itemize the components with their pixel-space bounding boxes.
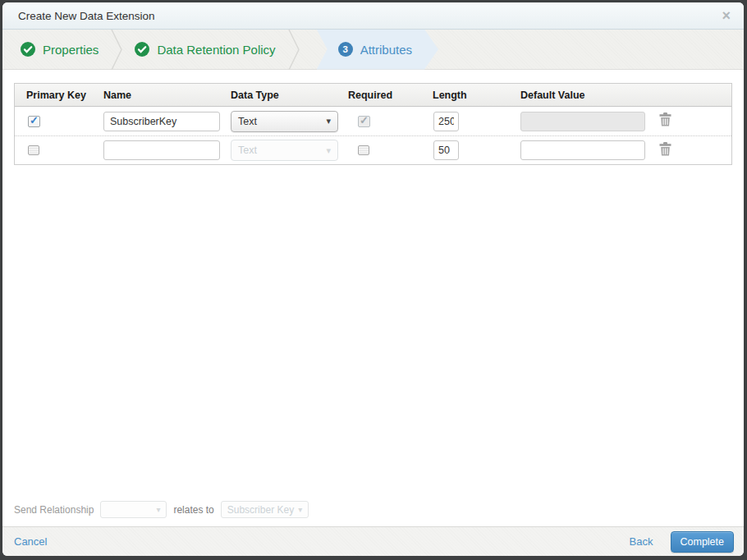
send-relationship-target-value: Subscriber Key bbox=[227, 504, 294, 516]
header-required: Required bbox=[348, 90, 433, 101]
attribute-row: Text ▾ bbox=[15, 107, 731, 135]
name-input[interactable] bbox=[103, 112, 220, 131]
header-length: Length bbox=[433, 90, 520, 101]
back-link[interactable]: Back bbox=[630, 535, 653, 548]
default-value-input[interactable] bbox=[520, 140, 645, 160]
primary-key-checkbox[interactable] bbox=[28, 116, 40, 127]
chevron-separator-icon bbox=[111, 30, 122, 70]
dialog-title: Create New Data Extension bbox=[18, 10, 155, 22]
default-value-input bbox=[520, 112, 645, 131]
attributes-table: Primary Key Name Data Type Required Leng… bbox=[14, 83, 732, 165]
chevron-down-icon: ▾ bbox=[298, 505, 302, 514]
name-input[interactable] bbox=[103, 140, 220, 160]
wizard-steps: Properties Data Retention Policy 3 Attri… bbox=[2, 30, 744, 70]
complete-button[interactable]: Complete bbox=[671, 531, 735, 553]
header-name: Name bbox=[103, 90, 231, 101]
trash-icon[interactable] bbox=[659, 142, 671, 156]
wizard-step-properties[interactable]: Properties bbox=[21, 42, 99, 57]
send-relationship-row: Send Relationship ▾ relates to Subscribe… bbox=[14, 501, 732, 518]
attributes-panel: Primary Key Name Data Type Required Leng… bbox=[2, 70, 744, 526]
chevron-down-icon: ▾ bbox=[326, 145, 331, 156]
dialog-footer: Cancel Back Complete bbox=[2, 526, 744, 556]
wizard-step-label: Properties bbox=[43, 43, 99, 57]
header-data-type: Data Type bbox=[231, 90, 348, 101]
close-icon[interactable]: × bbox=[722, 8, 731, 23]
wizard-step-label: Attributes bbox=[360, 43, 412, 57]
cancel-link[interactable]: Cancel bbox=[14, 535, 47, 548]
trash-icon[interactable] bbox=[659, 112, 671, 126]
dialog-titlebar: Create New Data Extension × bbox=[2, 2, 744, 30]
create-data-extension-dialog: Create New Data Extension × Properties D… bbox=[2, 2, 744, 556]
data-type-select[interactable]: Text ▾ bbox=[231, 111, 338, 132]
wizard-step-data-retention-policy[interactable]: Data Retention Policy bbox=[135, 42, 275, 57]
data-type-select: Text ▾ bbox=[231, 140, 338, 161]
send-relationship-target-select: Subscriber Key ▾ bbox=[221, 501, 309, 518]
data-type-value: Text bbox=[238, 116, 257, 127]
check-circle-icon bbox=[21, 42, 35, 57]
length-input[interactable] bbox=[433, 140, 459, 160]
header-primary-key: Primary Key bbox=[15, 90, 103, 101]
header-default-value: Default Value bbox=[520, 90, 653, 101]
wizard-step-attributes[interactable]: 3 Attributes bbox=[317, 30, 438, 70]
step-number-badge: 3 bbox=[338, 42, 353, 57]
send-relationship-label: Send Relationship bbox=[14, 504, 94, 516]
chevron-separator-icon bbox=[288, 30, 300, 70]
required-checkbox bbox=[358, 116, 370, 127]
chevron-down-icon: ▾ bbox=[326, 116, 331, 126]
required-checkbox[interactable] bbox=[358, 145, 369, 155]
relates-to-label: relates to bbox=[173, 504, 213, 516]
send-relationship-source-select: ▾ bbox=[100, 501, 167, 518]
length-input[interactable] bbox=[433, 112, 459, 131]
chevron-down-icon: ▾ bbox=[156, 505, 160, 514]
data-type-value: Text bbox=[238, 145, 257, 156]
screen-background: Create New Data Extension × Properties D… bbox=[0, 0, 747, 560]
wizard-step-label: Data Retention Policy bbox=[157, 43, 275, 57]
attributes-table-header: Primary Key Name Data Type Required Leng… bbox=[15, 84, 731, 107]
check-circle-icon bbox=[135, 42, 149, 57]
attribute-row: Text ▾ bbox=[15, 135, 731, 164]
primary-key-checkbox[interactable] bbox=[28, 145, 39, 155]
